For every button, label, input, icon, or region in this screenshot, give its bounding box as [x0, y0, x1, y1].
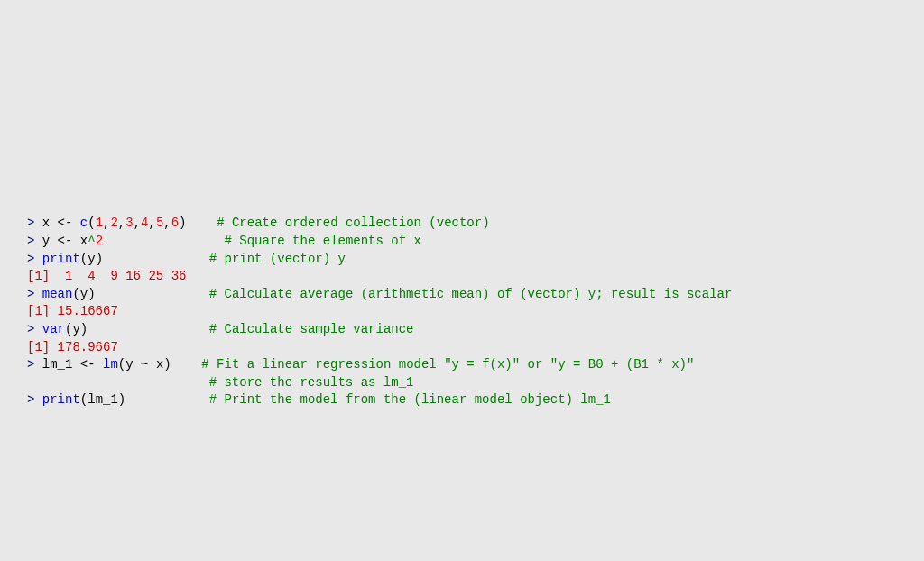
output-line-2: [1] 15.16667: [27, 303, 924, 321]
comma: ,: [148, 216, 155, 230]
caret-operator: ^: [88, 234, 95, 248]
comma: ,: [163, 216, 171, 230]
number-6: 6: [171, 216, 179, 230]
function-print: print: [42, 252, 80, 266]
output-line-3: [1] 178.9667: [27, 339, 924, 357]
paren-open: (: [118, 357, 125, 372]
output-line-1: [1] 1 4 9 16 25 36: [27, 268, 924, 286]
function-c: c: [80, 216, 88, 230]
prompt: >: [27, 322, 42, 336]
number-2: 2: [96, 234, 103, 248]
argument-y: y: [80, 287, 88, 301]
comma: ,: [118, 216, 125, 230]
argument-y: y: [125, 357, 133, 372]
assign-operator: <-: [50, 234, 80, 248]
variable-x: x: [80, 234, 88, 248]
code-line-5: > mean(y) # Calculate average (arithmeti…: [27, 286, 924, 304]
comment: # print (vector) y: [209, 252, 346, 266]
function-mean: mean: [42, 287, 73, 301]
spacing: [125, 392, 208, 407]
prompt: >: [27, 357, 42, 372]
code-line-9: > lm_1 <- lm(y ~ x) # Fit a linear regre…: [27, 356, 924, 374]
code-line-11: > print(lm_1) # Print the model from the…: [27, 391, 924, 409]
code-line-7: > var(y) # Calculate sample variance: [27, 321, 924, 339]
variable-lm1: lm_1: [42, 357, 73, 372]
comment: # Create ordered collection (vector): [217, 216, 489, 230]
spacing: [103, 252, 209, 266]
r-console: > x <- c(1,2,3,4,5,6) # Create ordered c…: [27, 215, 924, 409]
argument-y: y: [72, 322, 79, 336]
argument-y: y: [88, 252, 95, 266]
code-line-2: > y <- x^2 # Square the elements of x: [27, 233, 924, 251]
function-var: var: [42, 322, 65, 336]
spacing: [88, 322, 208, 336]
spacing: [96, 287, 209, 301]
assign-operator: <-: [72, 357, 103, 372]
comment: # Fit a linear regression model "y = f(x…: [201, 357, 694, 372]
paren-open: (: [80, 392, 88, 407]
paren-close: ): [88, 287, 95, 301]
number-3: 3: [125, 216, 133, 230]
prompt: >: [27, 252, 42, 266]
number-1: 1: [96, 216, 103, 230]
output-text: [1] 15.16667: [27, 304, 118, 318]
function-lm: lm: [103, 357, 118, 372]
prompt: >: [27, 234, 42, 248]
paren-close: ): [179, 216, 186, 230]
spacing: [171, 357, 202, 372]
comment: # Calculate sample variance: [209, 322, 414, 336]
comment: # store the results as lm_1: [209, 375, 414, 390]
spacing: [187, 216, 217, 230]
code-line-3: > print(y) # print (vector) y: [27, 251, 924, 269]
comment: # Print the model from the (linear model…: [209, 392, 611, 407]
paren-open: (: [72, 287, 79, 301]
assign-operator: <-: [50, 216, 80, 230]
spacing: [27, 375, 209, 390]
variable-y: y: [42, 234, 50, 248]
comma: ,: [134, 216, 141, 230]
variable-x: x: [42, 216, 50, 230]
output-text: [1] 1 4 9 16 25 36: [27, 269, 186, 283]
argument-lm1: lm_1: [88, 392, 118, 407]
paren-close: ): [80, 322, 88, 336]
comment: # Calculate average (arithmetic mean) of…: [209, 287, 733, 301]
number-2: 2: [110, 216, 117, 230]
prompt: >: [27, 287, 42, 301]
paren-open: (: [80, 252, 88, 266]
code-line-10: # store the results as lm_1: [27, 374, 924, 392]
code-line-1: > x <- c(1,2,3,4,5,6) # Create ordered c…: [27, 215, 924, 233]
paren-open: (: [88, 216, 95, 230]
output-text: [1] 178.9667: [27, 340, 118, 354]
paren-close: ): [96, 252, 103, 266]
comment: # Square the elements of x: [224, 234, 420, 248]
paren-close: ): [118, 392, 125, 407]
function-print: print: [42, 392, 80, 407]
prompt: >: [27, 392, 42, 407]
prompt: >: [27, 216, 42, 230]
spacing: [103, 234, 224, 248]
tilde-operator: ~: [134, 357, 156, 372]
paren-close: ): [163, 357, 171, 372]
